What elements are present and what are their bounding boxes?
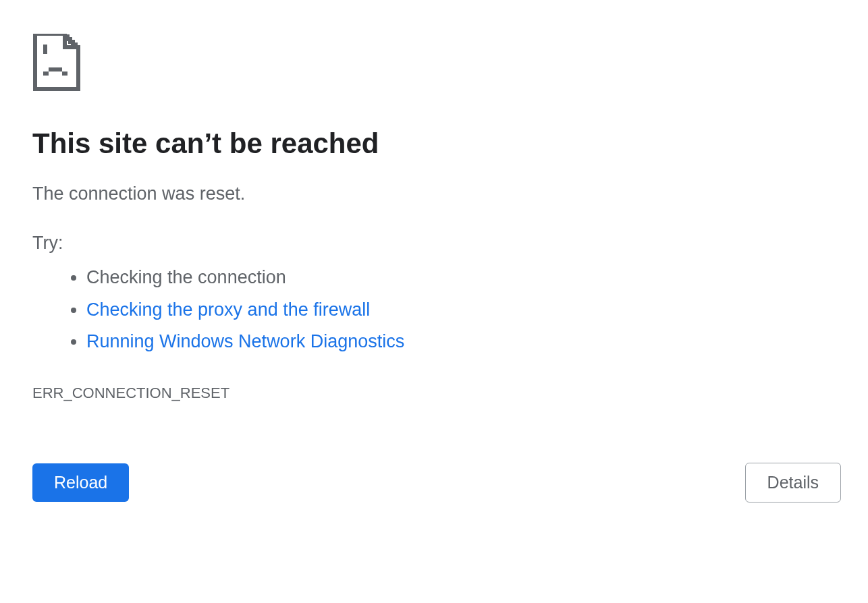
reload-button[interactable]: Reload [32,463,129,502]
error-message: The connection was reset. [32,183,836,204]
svg-rect-3 [62,71,67,76]
svg-rect-0 [43,45,47,54]
details-button[interactable]: Details [745,463,841,502]
svg-rect-2 [49,67,62,71]
svg-rect-1 [43,71,49,76]
suggestion-item-network-diagnostics[interactable]: Running Windows Network Diagnostics [86,326,836,357]
suggestion-item-connection: Checking the connection [86,262,836,293]
error-code: ERR_CONNECTION_RESET [32,384,836,402]
try-label: Try: [32,233,836,254]
sad-page-icon [32,34,836,94]
error-heading: This site can’t be reached [32,127,836,161]
button-row: Reload Details [32,463,841,502]
suggestions-list: Checking the connection Checking the pro… [32,262,836,357]
suggestion-item-proxy-firewall[interactable]: Checking the proxy and the firewall [86,294,836,326]
